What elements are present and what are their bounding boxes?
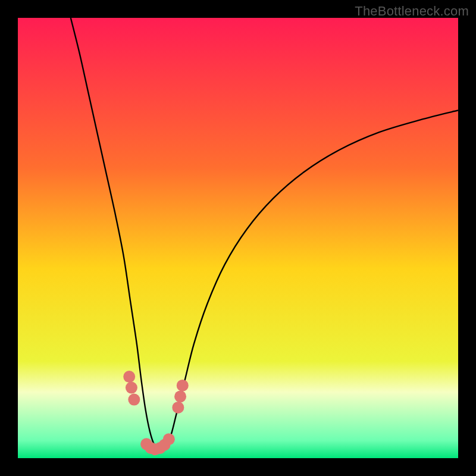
plot-area bbox=[18, 18, 458, 458]
chart-frame bbox=[18, 18, 458, 458]
highlight-dot bbox=[172, 402, 184, 414]
curve-layer bbox=[18, 18, 458, 458]
highlight-dot bbox=[126, 382, 137, 394]
highlight-dots-group bbox=[123, 371, 189, 455]
highlight-dot bbox=[123, 371, 135, 383]
highlight-dot bbox=[163, 433, 175, 445]
watermark-text: TheBottleneck.com bbox=[355, 4, 469, 19]
highlight-dot bbox=[128, 394, 140, 406]
highlight-dot bbox=[177, 380, 189, 392]
highlight-dot bbox=[174, 390, 186, 402]
